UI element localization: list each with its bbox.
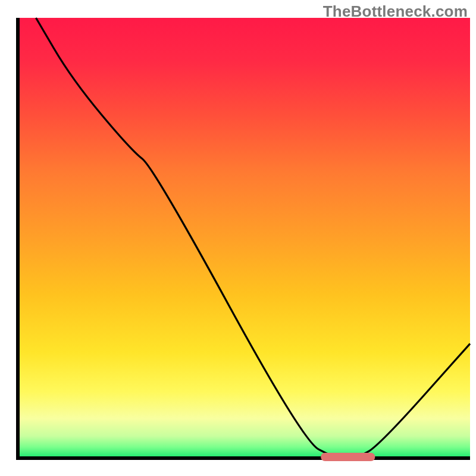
optimal-marker [321, 453, 375, 461]
plot-background [18, 18, 470, 458]
chart-container: TheBottleneck.com [0, 0, 476, 476]
bottleneck-chart [0, 0, 476, 476]
watermark-text: TheBottleneck.com [323, 2, 468, 21]
